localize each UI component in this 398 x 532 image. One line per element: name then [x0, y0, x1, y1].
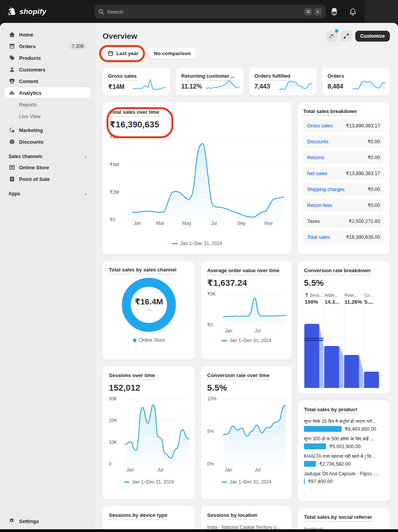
breakdown-link[interactable]: Gross sales: [307, 123, 333, 129]
metric-card-orders[interactable]: Orders 8,484: [322, 68, 390, 96]
sidebar-item-point-of-sale[interactable]: Point of Sale: [5, 174, 91, 184]
breakdown-row: Return fees₹0.00: [303, 199, 384, 212]
returning-customer-sparkline: [206, 78, 239, 92]
product-item: KHALTA राजा महराजा यही खाते थे | सि... ₹…: [304, 454, 384, 467]
donut-center-value: ₹16.4M: [135, 297, 163, 306]
cmd-key-hint: ⌘: [304, 8, 312, 16]
breakdown-row: Taxes₹2,500,271.83: [303, 215, 384, 228]
sidebar-item-label: Settings: [19, 518, 39, 524]
breakdown-link[interactable]: Returns: [307, 155, 324, 160]
gear-icon: [9, 518, 16, 525]
section-label: Apps: [9, 191, 20, 196]
total-sales-breakdown-card: Total sales breakdown Gross sales₹13,890…: [298, 102, 389, 255]
sessions-by-location-card: Sessions by location India · National Ca…: [201, 506, 292, 532]
date-range-button[interactable]: Last year: [103, 48, 143, 59]
sidebar-item-label: Reports: [19, 102, 37, 108]
metric-card-returning-customer-rate[interactable]: Returning customer ... 11.12%: [176, 68, 243, 96]
sidebar-section-apps[interactable]: Apps ›: [9, 191, 87, 197]
analytics-icon: [9, 89, 16, 96]
sidebar-item-label: Home: [19, 32, 33, 38]
content-icon: [9, 78, 16, 85]
legend-line-marker: [124, 482, 129, 483]
sidebar-item-reports[interactable]: Reports: [5, 99, 91, 110]
expand-button[interactable]: [340, 31, 352, 42]
channel-legend: Online Store: [133, 337, 165, 343]
breakdown-label: Taxes: [307, 219, 320, 224]
breakdown-row: Gross sales₹13,890,363.17: [303, 119, 384, 132]
sidebar-item-analytics[interactable]: Analytics: [5, 87, 91, 98]
sidebar-item-home[interactable]: Home: [5, 29, 91, 40]
sidebar-item-content[interactable]: Content: [5, 76, 91, 87]
chart-title[interactable]: Total sales by product: [304, 407, 357, 414]
screen-bottom-edge: [0, 529, 398, 532]
total-sales-line-chart: [132, 137, 284, 220]
k-key-hint: K: [314, 8, 322, 16]
sidebar-item-customers[interactable]: Customers: [5, 64, 91, 75]
sidebar-item-label: Orders: [19, 43, 36, 49]
chart-title[interactable]: Conversion rate over time: [207, 372, 269, 380]
sessions-by-device-card: Sessions by device type: [103, 506, 195, 532]
search-input[interactable]: Search ⌘ K: [94, 5, 326, 19]
metric-card-orders-fulfilled[interactable]: Orders fulfilled 7,443: [249, 68, 317, 96]
sidebar-item-settings[interactable]: Settings: [5, 516, 91, 527]
sessions-line-chart: [125, 399, 189, 464]
breakdown-row: Returns₹0.00: [303, 151, 384, 164]
sidebar-item-label: Point of Sale: [19, 176, 50, 182]
sidebar-item-label: Analytics: [19, 90, 42, 96]
breakdown-row: Total sales₹16,390,635.00: [303, 231, 384, 243]
breakdown-link[interactable]: Total sales: [307, 235, 330, 240]
sessions-value: 152,012: [109, 383, 189, 393]
chart-title[interactable]: Sessions by location: [207, 512, 257, 520]
chart-title[interactable]: Conversion rate breakdown: [304, 268, 370, 275]
sessions-over-time-card: Sessions over time 152,012 30K 20K 10K 0: [103, 366, 195, 499]
orders-sparkline: [353, 78, 385, 92]
metric-title: Orders: [328, 73, 344, 81]
page-title: Overview: [103, 32, 137, 41]
insights-button[interactable]: [326, 31, 337, 42]
calendar-icon: [108, 50, 113, 56]
marketing-icon: [9, 127, 16, 134]
metric-card-gross-sales[interactable]: Gross sales ₹14M: [103, 68, 170, 96]
breakdown-link[interactable]: Shipping charges: [307, 187, 345, 192]
product-bar: [304, 478, 305, 484]
breakdown-link[interactable]: Return fees: [307, 203, 332, 208]
sidebar-item-live-view[interactable]: Live View: [5, 111, 91, 122]
chart-title[interactable]: Sessions over time: [109, 372, 155, 380]
sidebar-nav: Home Orders 7,308 Products Customers Con…: [0, 23, 95, 532]
notification-dot: [335, 29, 339, 33]
sidebar-item-label: Online Store: [19, 165, 49, 170]
y-axis-tick: ₹4M: [110, 162, 119, 167]
conversion-rate-over-time-card: Conversion rate over time 5.5% 10% 5% 0%…: [201, 366, 292, 499]
shopify-logo[interactable]: shopify: [8, 7, 46, 17]
chart-title[interactable]: Total sales by social referrer: [304, 514, 372, 522]
sidebar-item-products[interactable]: Products: [5, 52, 91, 63]
sidebar-item-online-store[interactable]: Online Store: [5, 162, 91, 173]
notifications-bell-icon[interactable]: [349, 8, 357, 16]
main-content: Overview Customize Last year N: [95, 23, 398, 532]
comparison-button[interactable]: No comparison: [149, 48, 196, 59]
breakdown-link[interactable]: Discounts: [307, 139, 328, 144]
customize-button[interactable]: Customize: [355, 31, 390, 42]
sidebar-item-marketing[interactable]: Marketing: [5, 125, 91, 136]
chart-title[interactable]: Total sales over time: [110, 109, 159, 117]
breakdown-link[interactable]: Net sales: [307, 171, 327, 176]
chart-title[interactable]: Total sales by sales channel: [109, 267, 176, 275]
conversion-funnel-chart: Sess... 100% Adde... 14.3... Reac... 11.…: [304, 293, 384, 388]
chart-title[interactable]: Total sales breakdown: [303, 108, 357, 116]
legend-label: Jan 1–Dec 31, 2024: [230, 479, 271, 485]
chart-title[interactable]: Sessions by device type: [109, 512, 167, 520]
sidebar-section-sales-channels[interactable]: Sales channels ›: [9, 153, 87, 160]
home-icon: [9, 31, 16, 38]
legend-label: Online Store: [139, 337, 165, 343]
sidebar-item-orders[interactable]: Orders 7,308: [5, 41, 91, 52]
chart-title[interactable]: Average order value over time: [207, 268, 279, 275]
aov-value: ₹1,637.24: [207, 278, 286, 288]
sidebar-item-discounts[interactable]: Discounts: [5, 136, 91, 147]
pos-icon: [9, 176, 16, 183]
profile-avatar-icon[interactable]: [330, 7, 339, 16]
store-switcher-area[interactable]: [365, 0, 398, 23]
chevron-right-icon: ›: [85, 191, 87, 197]
legend-label: Jan 1–Dec 31, 2024: [180, 241, 222, 246]
channel-donut-chart: ₹16.4M —: [122, 278, 176, 332]
aov-line-chart: [223, 294, 286, 325]
